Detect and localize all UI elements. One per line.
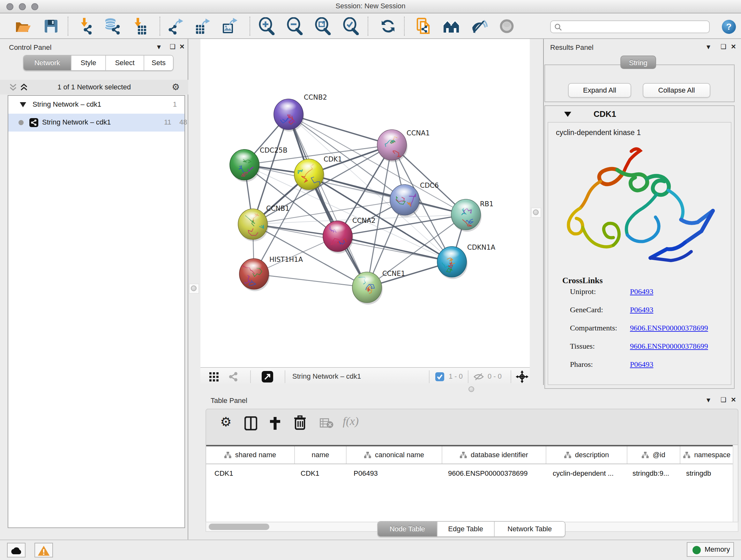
panel-float-icon[interactable]: ❑ — [721, 43, 726, 51]
network-node-CCNA1[interactable] — [377, 130, 408, 162]
tab-edge-table[interactable]: Edge Table — [437, 522, 494, 537]
tree-expand-icon[interactable] — [20, 102, 26, 107]
panel-menu-icon[interactable]: ▼ — [705, 396, 712, 404]
export-network-icon[interactable] — [167, 17, 185, 35]
fit-content-icon[interactable] — [516, 370, 529, 383]
table-cell[interactable]: P06493 — [347, 464, 442, 483]
gear-icon[interactable]: ⚙ — [172, 82, 180, 92]
search-input[interactable] — [550, 20, 710, 33]
help-button[interactable]: ? — [722, 20, 736, 34]
column-header-canonical-name[interactable]: canonical name — [347, 446, 442, 463]
warning-status-button[interactable] — [35, 543, 53, 557]
network-node-CDKN1A[interactable] — [437, 246, 468, 279]
export-table-icon[interactable] — [194, 17, 212, 35]
scrollbar-thumb[interactable] — [209, 523, 269, 530]
table-cell[interactable]: cyclin-dependent ... — [546, 464, 627, 483]
memory-button[interactable]: Memory — [687, 542, 734, 557]
network-edge[interactable] — [338, 236, 452, 262]
panel-menu-icon[interactable]: ▼ — [705, 44, 712, 51]
add-column-icon[interactable] — [268, 416, 282, 431]
network-node-CDC6[interactable] — [390, 185, 420, 217]
show-columns-icon[interactable] — [245, 416, 257, 430]
network-row-selected[interactable]: String Network – cdk1 11 48 — [8, 114, 185, 132]
network-node-CCNB1[interactable] — [238, 209, 268, 241]
import-network-database-icon[interactable] — [104, 17, 121, 35]
network-edge[interactable] — [288, 114, 392, 145]
gear-icon[interactable]: ⚙ — [220, 415, 232, 429]
splitter-handle[interactable] — [191, 286, 197, 291]
column-header-@id[interactable]: @id — [627, 446, 680, 463]
panel-close-icon[interactable]: ✕ — [731, 43, 736, 51]
gene-section-header[interactable]: CDK1 — [545, 106, 734, 122]
share-view-icon[interactable] — [228, 372, 239, 382]
splitter-handle[interactable] — [533, 209, 539, 215]
section-collapse-icon[interactable] — [564, 112, 571, 117]
clone-network-icon[interactable] — [415, 17, 433, 35]
tab-select[interactable]: Select — [105, 56, 144, 70]
refresh-icon[interactable] — [379, 17, 397, 35]
network-edge[interactable] — [254, 274, 367, 287]
open-session-icon[interactable] — [14, 17, 32, 35]
panel-close-icon[interactable]: ✕ — [179, 43, 185, 51]
export-image-icon[interactable] — [221, 17, 239, 35]
delete-column-icon[interactable] — [293, 415, 307, 430]
tab-sets[interactable]: Sets — [144, 56, 173, 70]
save-session-icon[interactable] — [42, 17, 60, 35]
tab-style[interactable]: Style — [71, 56, 105, 70]
network-node-CDK1[interactable] — [294, 159, 325, 192]
show-hide-icon[interactable] — [470, 17, 488, 35]
column-header-database-identifier[interactable]: database identifier — [442, 446, 546, 463]
tab-network-table[interactable]: Network Table — [494, 522, 565, 537]
crosslink-value-link[interactable]: P06493 — [630, 360, 653, 369]
import-network-file-icon[interactable] — [77, 17, 94, 35]
crosslink-value-link[interactable]: 9606.ENSP00000378699 — [630, 324, 708, 332]
panel-menu-icon[interactable]: ▼ — [156, 44, 162, 51]
panel-float-icon[interactable]: ❑ — [170, 43, 176, 51]
network-view-canvas[interactable]: CCNB2CCNA1CDC25BCDK1CDC6RB1CCNB1CCNA2CDK… — [200, 39, 530, 367]
column-header-namespace[interactable]: namespace — [680, 446, 734, 463]
table-cell[interactable]: stringdb — [680, 464, 734, 483]
panel-splitter-right[interactable] — [530, 39, 544, 393]
splitter-handle[interactable] — [468, 386, 474, 392]
tab-node-table[interactable]: Node Table — [378, 522, 437, 537]
column-header-name[interactable]: name — [295, 446, 347, 463]
zoom-in-icon[interactable] — [258, 17, 276, 35]
network-node-CDC25B[interactable] — [230, 149, 260, 182]
network-node-HIST1H1A[interactable] — [239, 259, 270, 291]
network-collection-row[interactable]: String Network – cdk1 1 — [8, 96, 185, 114]
zoom-selected-icon[interactable] — [342, 17, 360, 35]
panel-close-icon[interactable]: ✕ — [731, 396, 736, 403]
crosslink-value-link[interactable]: P06493 — [630, 287, 653, 296]
first-neighbors-icon[interactable] — [442, 17, 460, 35]
crosslink-value-link[interactable]: 9606.ENSP00000378699 — [630, 342, 708, 351]
table-row[interactable]: CDK1CDK1P064939606.ENSP00000378699cyclin… — [206, 464, 734, 483]
zoom-out-icon[interactable] — [286, 17, 304, 35]
selected-checkbox-icon[interactable] — [435, 372, 444, 381]
zoom-fit-icon[interactable] — [314, 17, 332, 35]
network-node-CCNA2[interactable] — [323, 221, 353, 253]
open-in-window-icon[interactable] — [262, 371, 273, 382]
column-header-description[interactable]: description — [546, 446, 627, 463]
cloud-status-button[interactable] — [7, 543, 25, 557]
eye-orb-icon[interactable] — [498, 17, 516, 35]
table-cell[interactable]: stringdb:9... — [627, 464, 680, 483]
collapse-all-button[interactable]: Collapse All — [643, 83, 711, 98]
warning-icon — [37, 545, 50, 556]
table-cell[interactable]: CDK1 — [295, 464, 347, 483]
network-node-RB1[interactable] — [451, 199, 482, 232]
panel-float-icon[interactable]: ❑ — [721, 396, 726, 403]
network-node-CCNE1[interactable] — [352, 272, 383, 305]
table-cell[interactable]: 9606.ENSP00000378699 — [442, 464, 546, 483]
expand-all-button[interactable]: Expand All — [568, 83, 631, 98]
crosslink-value-link[interactable]: P06493 — [630, 306, 653, 314]
node-table: shared namenamecanonical namedatabase id… — [205, 445, 738, 522]
tab-string[interactable]: String — [620, 56, 656, 69]
import-table-file-icon[interactable] — [130, 17, 148, 35]
column-header-shared-name[interactable]: shared name — [206, 446, 295, 463]
tab-network[interactable]: Network — [23, 56, 71, 70]
birds-eye-view-icon[interactable] — [209, 372, 219, 382]
application-window: Session: New Session ? Control Panel ▼ ❑… — [0, 0, 741, 560]
table-cell[interactable]: CDK1 — [206, 464, 295, 483]
table-vertical-scrollbar[interactable] — [733, 445, 738, 522]
panel-splitter-left[interactable] — [188, 39, 200, 540]
